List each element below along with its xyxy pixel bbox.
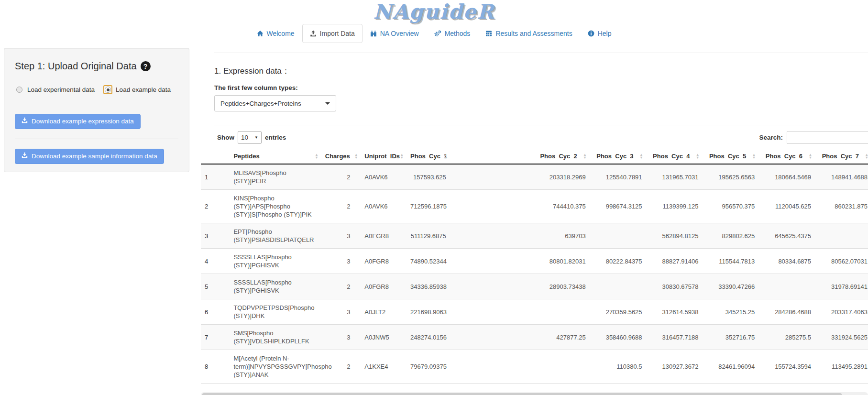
cell-phos-cyc-2: 203318.2969 <box>450 164 590 190</box>
tab-methods[interactable]: Methods <box>427 24 478 43</box>
sort-icons: ▲▼ <box>354 153 358 159</box>
download-icon <box>22 117 28 126</box>
column-header-phos-cyc-7[interactable]: Phos_Cyc_7▲▼ <box>815 149 868 164</box>
table-body: 1MLISAVS[Phospho (STY)]PEIR2A0AVK6157593… <box>201 164 868 384</box>
cell-phos-cyc-2 <box>450 299 590 325</box>
cell-peptides: SSSSLLAS[Phospho (STY)]PGHISVK <box>230 249 321 274</box>
column-header-peptides[interactable]: Peptides▲▼ <box>230 149 321 164</box>
cell-uniprot-ids: A0JLT2 <box>361 299 407 325</box>
row-index-cell: 4 <box>201 249 230 274</box>
app-header: NAguideR <box>0 0 868 24</box>
tab-label: Welcome <box>267 29 295 38</box>
column-header-phos-cyc-1[interactable]: Phos_Cyc_1▲▼ <box>407 149 450 164</box>
column-header-index <box>201 149 230 164</box>
download-sample-info-button[interactable]: Download example sample information data <box>15 149 164 164</box>
cell-phos-cyc-6: 1120045.625 <box>758 190 815 223</box>
radio-label: Load experimental data <box>27 86 95 93</box>
cell-phos-cyc-7: 148941.4688 <box>815 164 868 190</box>
table-horizontal-scrollbar <box>201 392 868 395</box>
table-row: 3EPT[Phospho (STY)]PSIASDISLPIATQELR3A0F… <box>201 223 868 249</box>
cell-uniprot-ids: A1KXE4 <box>361 350 407 384</box>
cell-phos-cyc-6: 80334.6875 <box>758 249 815 274</box>
cell-phos-cyc-1: 74890.52344 <box>407 249 450 274</box>
tab-import-data[interactable]: Import Data <box>302 24 363 43</box>
home-icon <box>257 30 264 37</box>
cell-phos-cyc-1: 34336.85938 <box>407 274 450 299</box>
search-input[interactable] <box>787 131 868 144</box>
upload-panel: Step 1: Upload Original Data ? Load expe… <box>4 48 189 172</box>
tab-na-overview[interactable]: NA Overview <box>363 24 427 43</box>
cell-peptides: M[Acetyl (Protein N-term)]NPVYSPGSSGVPY[… <box>230 350 321 384</box>
cell-phos-cyc-4: 312614.5938 <box>646 299 703 325</box>
cell-charges: 2 <box>321 164 361 190</box>
column-header-uniprot-ids[interactable]: Uniprot_IDs▲▼ <box>361 149 407 164</box>
cell-phos-cyc-5: 956570.375 <box>702 190 758 223</box>
sort-icons: ▲▼ <box>639 153 643 159</box>
table-search: Search: <box>759 131 868 144</box>
cell-charges: 3 <box>321 299 361 325</box>
divider <box>214 53 868 53</box>
page-length-select[interactable]: 10 ▼ <box>238 131 262 144</box>
cell-phos-cyc-3: 358460.9688 <box>590 325 646 350</box>
tab-welcome[interactable]: Welcome <box>249 24 302 43</box>
entries-label: entries <box>265 134 286 141</box>
radio-ring <box>15 85 24 94</box>
data-source-radio-group: Load experimental data Load example data <box>15 85 178 94</box>
column-header-phos-cyc-5[interactable]: Phos_Cyc_5▲▼ <box>702 149 758 164</box>
column-types-label: The first few column types: <box>214 84 868 91</box>
cell-phos-cyc-7: 113495.2891 <box>815 350 868 384</box>
gears-icon <box>434 30 441 37</box>
table-icon <box>485 30 492 37</box>
cell-phos-cyc-6: 155724.3594 <box>758 350 815 384</box>
scrollbar-thumb[interactable] <box>202 393 842 395</box>
cell-charges: 3 <box>321 223 361 249</box>
cell-phos-cyc-6: 645625.4375 <box>758 223 815 249</box>
cell-uniprot-ids: A0FGR8 <box>361 223 407 249</box>
cell-uniprot-ids: A0AVK6 <box>361 164 407 190</box>
cell-phos-cyc-6: 284286.4688 <box>758 299 815 325</box>
cell-phos-cyc-3 <box>590 223 646 249</box>
tab-label: Import Data <box>320 29 355 38</box>
table-header: Peptides▲▼ Charges▲▼ Uniprot_IDs▲▼ Phos_… <box>201 149 868 164</box>
sort-icons: ▲▼ <box>315 153 318 159</box>
radio-option-0[interactable]: Load experimental data <box>15 85 95 94</box>
cell-uniprot-ids: A0JNW5 <box>361 325 407 350</box>
column-types-select[interactable]: Peptides+Charges+Proteins <box>214 95 336 111</box>
cell-phos-cyc-4: 131965.7031 <box>646 164 703 190</box>
row-index-cell: 7 <box>201 325 230 350</box>
column-header-phos-cyc-6[interactable]: Phos_Cyc_6▲▼ <box>758 149 815 164</box>
cell-phos-cyc-1: 248274.0156 <box>407 325 450 350</box>
page-length-control: Show 10 ▼ entries <box>217 131 286 144</box>
tab-label: Results and Assessments <box>495 29 572 38</box>
cell-phos-cyc-2: 28903.73438 <box>450 274 590 299</box>
download-expression-data-button[interactable]: Download example expression data <box>15 114 141 129</box>
tab-results-assessments[interactable]: Results and Assessments <box>478 24 580 43</box>
row-index-cell: 5 <box>201 274 230 299</box>
cell-phos-cyc-1: 712596.1875 <box>407 190 450 223</box>
cell-phos-cyc-5: 345215.25 <box>702 299 758 325</box>
cell-phos-cyc-5: 115544.7813 <box>702 249 758 274</box>
cell-phos-cyc-5: 352716.75 <box>702 325 758 350</box>
column-header-charges[interactable]: Charges▲▼ <box>321 149 361 164</box>
sort-icons: ▲▼ <box>696 153 699 159</box>
cell-phos-cyc-7: 80562.07031 <box>815 249 868 274</box>
chevron-down-icon: ▼ <box>254 135 258 140</box>
cell-phos-cyc-4: 88827.91406 <box>646 249 703 274</box>
column-header-phos-cyc-3[interactable]: Phos_Cyc_3▲▼ <box>590 149 646 164</box>
tab-label: Methods <box>445 29 471 38</box>
question-circle-icon[interactable]: ? <box>141 61 151 71</box>
table-row: 5SSSSLLAS[Phospho (STY)]PGHISVK2A0FGR834… <box>201 274 868 299</box>
cell-phos-cyc-6: 180664.5469 <box>758 164 815 190</box>
column-header-phos-cyc-4[interactable]: Phos_Cyc_4▲▼ <box>646 149 703 164</box>
cell-phos-cyc-5: 829802.625 <box>702 223 758 249</box>
expression-data-table: Peptides▲▼ Charges▲▼ Uniprot_IDs▲▼ Phos_… <box>201 149 868 384</box>
tab-help[interactable]: Help <box>580 24 619 43</box>
main-nav: Welcome Import Data NA Overview Methods … <box>0 24 868 43</box>
tab-label: NA Overview <box>380 29 419 38</box>
column-header-phos-cyc-2[interactable]: Phos_Cyc_2▲▼ <box>450 149 590 164</box>
app-logo: NAguideR <box>374 0 495 23</box>
radio-option-1[interactable]: Load example data <box>103 85 171 94</box>
divider <box>214 125 868 125</box>
sort-icons: ▲▼ <box>400 153 404 159</box>
cell-phos-cyc-1: 157593.625 <box>407 164 450 190</box>
